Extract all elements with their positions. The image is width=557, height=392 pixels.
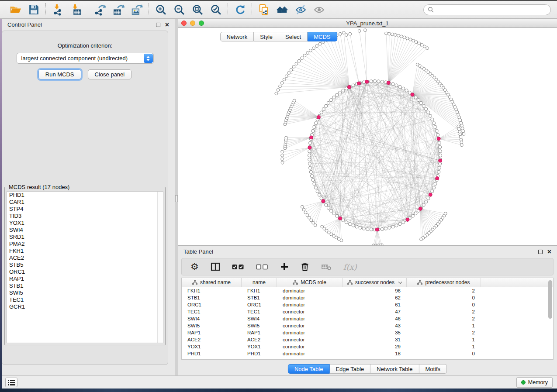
- tab-motifs[interactable]: Motifs: [419, 364, 447, 374]
- hide-selection-icon[interactable]: [294, 3, 307, 16]
- table-cell: FKH1: [242, 288, 277, 293]
- mcds-result-item[interactable]: PHD1: [7, 192, 163, 199]
- home-layout-icon[interactable]: [276, 3, 288, 16]
- memory-button[interactable]: Memory: [516, 377, 553, 388]
- table-settings-gear-icon[interactable]: ⚙: [190, 261, 199, 272]
- open-folder-icon[interactable]: [9, 3, 21, 16]
- table-row[interactable]: SWI5SWI5connector431: [182, 322, 553, 329]
- close-table-panel-icon[interactable]: ×: [547, 250, 551, 254]
- tab-network-table[interactable]: Network Table: [370, 364, 419, 374]
- table-cell: 2: [407, 316, 481, 321]
- mcds-result-item[interactable]: ORC1: [7, 268, 163, 275]
- mcds-result-item[interactable]: STP4: [7, 206, 163, 213]
- close-panel-icon[interactable]: ×: [165, 23, 169, 27]
- tab-mcds[interactable]: MCDS: [308, 32, 337, 41]
- table-row[interactable]: ORC1ORC1dominator610: [182, 301, 553, 308]
- copy-network-icon[interactable]: [258, 3, 270, 16]
- node-table: shared namenameMCDS rolesuccessor nodesp…: [181, 278, 554, 360]
- zoom-in-icon[interactable]: [155, 3, 167, 16]
- table-cell: SWI5: [182, 323, 242, 328]
- show-column-panel-icon[interactable]: [211, 261, 220, 272]
- table-row[interactable]: ACE2ACE2connector311: [182, 336, 553, 343]
- column-header-successor-nodes[interactable]: successor nodes: [343, 278, 407, 287]
- column-label: successor nodes: [355, 279, 394, 285]
- tab-network[interactable]: Network: [220, 32, 254, 41]
- optimization-criterion-select[interactable]: largest connected component (undirected): [17, 53, 154, 64]
- tab-select[interactable]: Select: [279, 32, 308, 41]
- float-table-panel-icon[interactable]: [538, 250, 543, 254]
- mcds-result-item[interactable]: SRD1: [7, 234, 163, 241]
- table-row[interactable]: RAP1RAP1dominator352: [182, 329, 553, 336]
- window-maximize-icon[interactable]: [199, 21, 204, 26]
- zoom-out-icon[interactable]: [173, 3, 185, 16]
- tab-style[interactable]: Style: [254, 32, 279, 41]
- export-network-icon[interactable]: [94, 3, 106, 16]
- save-icon[interactable]: [28, 3, 40, 16]
- import-network-icon[interactable]: [52, 3, 64, 16]
- dropdown-selected-value: largest connected component (undirected): [21, 55, 128, 62]
- mcds-result-item[interactable]: RAP1: [7, 275, 163, 282]
- add-column-icon[interactable]: [280, 261, 289, 272]
- window-close-icon[interactable]: [181, 21, 187, 26]
- table-cell: RAP1: [182, 330, 242, 335]
- export-image-icon[interactable]: [131, 3, 143, 16]
- table-row[interactable]: YOX1YOX1connector291: [182, 343, 553, 350]
- table-scrollbar-thumb[interactable]: [548, 280, 552, 319]
- refresh-layout-icon[interactable]: [234, 3, 246, 16]
- mcds-result-item[interactable]: ACE2: [7, 254, 163, 261]
- table-row[interactable]: FKH1FKH1dominator962: [182, 287, 553, 294]
- column-type-icon: [417, 280, 422, 285]
- mcds-result-item[interactable]: GCR1: [7, 303, 163, 310]
- mcds-result-item[interactable]: STB1: [7, 282, 163, 289]
- table-cell: 29: [343, 344, 407, 349]
- delete-column-trash-icon[interactable]: [301, 261, 309, 272]
- table-row[interactable]: TEC1TEC1connector472: [182, 308, 553, 315]
- float-panel-icon[interactable]: [156, 23, 160, 27]
- tab-edge-table[interactable]: Edge Table: [329, 364, 370, 374]
- desktop-wallpaper-bottom: [0, 389, 557, 392]
- mcds-result-item[interactable]: YOX1: [7, 220, 163, 227]
- mcds-result-item[interactable]: TEC1: [7, 296, 163, 303]
- export-table-icon[interactable]: [112, 3, 125, 16]
- mcds-result-item[interactable]: FKH1: [7, 248, 163, 254]
- search-input[interactable]: [436, 6, 547, 14]
- column-type-icon: [347, 280, 353, 285]
- column-header-MCDS-role[interactable]: MCDS role: [277, 278, 343, 287]
- mcds-list-scrollbar[interactable]: [157, 192, 163, 343]
- column-type-icon: [192, 280, 197, 285]
- import-table-icon[interactable]: [70, 3, 82, 16]
- mcds-result-item[interactable]: CAR1: [7, 199, 163, 206]
- delete-table-icon[interactable]: [321, 261, 332, 272]
- table-cell: SWI4: [242, 316, 277, 321]
- table-row[interactable]: STB1STB1dominator620: [182, 294, 553, 301]
- search-box[interactable]: [423, 4, 551, 15]
- tab-node-table[interactable]: Node Table: [288, 364, 330, 374]
- show-selection-icon[interactable]: [313, 3, 325, 16]
- zoom-fit-icon[interactable]: [191, 3, 204, 16]
- mcds-result-item[interactable]: SWI5: [7, 289, 163, 296]
- deselect-all-icon[interactable]: [256, 261, 268, 272]
- network-graph[interactable]: [178, 28, 557, 245]
- zoom-selected-icon[interactable]: [210, 3, 222, 16]
- column-header-name[interactable]: name: [242, 278, 277, 287]
- function-builder-icon[interactable]: f(x): [343, 261, 357, 272]
- view-group: [252, 3, 331, 16]
- table-row[interactable]: SWI4SWI4dominator462: [182, 315, 553, 322]
- mcds-result-item[interactable]: STB5: [7, 261, 163, 268]
- select-all-icon[interactable]: [232, 261, 244, 272]
- table-cell: dominator: [277, 302, 343, 307]
- mcds-result-item[interactable]: TID3: [7, 213, 163, 220]
- table-cell: 1: [407, 337, 481, 342]
- table-cell: dominator: [277, 351, 343, 356]
- column-header-predecessor-nodes[interactable]: predecessor nodes: [407, 278, 481, 287]
- run-mcds-button[interactable]: Run MCDS: [38, 69, 81, 79]
- window-minimize-icon[interactable]: [190, 21, 195, 26]
- mcds-result-list[interactable]: PHD1CAR1STP4TID3YOX1SWI4SRD1PMA2FKH1ACE2…: [7, 191, 163, 343]
- task-history-button[interactable]: [5, 378, 17, 387]
- close-panel-button[interactable]: Close panel: [88, 69, 132, 79]
- mcds-result-item[interactable]: PMA2: [7, 241, 163, 248]
- mcds-result-item[interactable]: SWI4: [7, 227, 163, 234]
- table-cell: 61: [343, 302, 407, 307]
- table-row[interactable]: PHD1PHD1dominator180: [182, 350, 553, 357]
- column-header-shared-name[interactable]: shared name: [182, 278, 242, 287]
